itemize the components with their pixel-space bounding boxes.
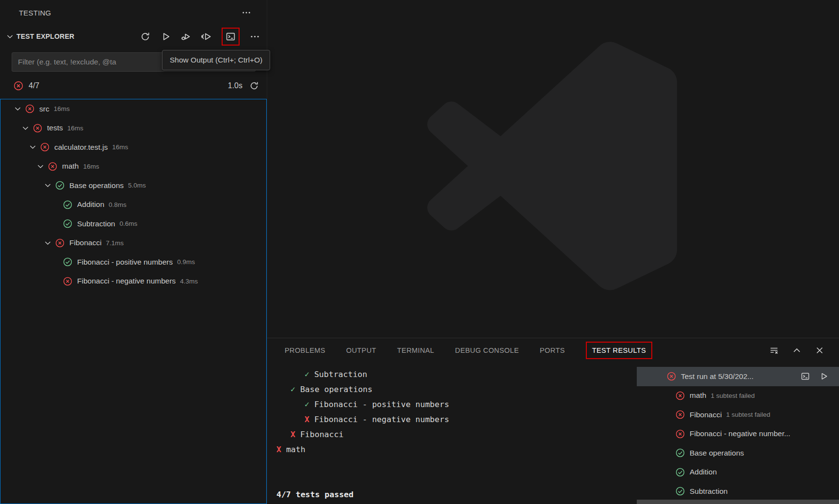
fail-icon [676,410,685,419]
result-label: Test run at 5/30/202... [681,372,754,381]
output-line: ✓Base operations [276,382,637,397]
output-text: Fibonacci - negative numbers [314,415,449,424]
result-suffix: 1 subtest failed [710,392,755,399]
test-explorer-toolbar [140,28,260,46]
tab-test-results[interactable]: TEST RESULTS [592,346,646,354]
result-item-math[interactable]: math 1 subtest failed [637,386,839,406]
annotation-box-test-results: TEST RESULTS [586,342,652,359]
output-text: Fibonacci [300,430,343,439]
output-text: math [286,445,306,454]
test-tree: src 16ms tests 16ms calculator.test.js 1… [0,99,267,504]
chevron-down-icon[interactable] [40,181,55,189]
pass-icon [55,181,65,190]
fail-icon [48,162,57,171]
tree-item-src[interactable]: src 16ms [0,99,266,119]
tree-item-math[interactable]: math 16ms [0,157,266,176]
sidebar-more-actions-button[interactable] [242,8,251,17]
panel-header: PROBLEMS OUTPUT TERMINAL DEBUG CONSOLE P… [267,338,839,362]
test-label: Subtraction [77,220,115,228]
pass-icon [676,448,685,457]
pass-icon [63,200,72,209]
result-item-fibonacci-negative[interactable]: Fibonacci - negative number... [637,425,839,444]
close-panel-button[interactable] [815,346,824,355]
test-duration: 7.1ms [106,239,124,247]
test-results-tree: Test run at 5/30/202... math 1 subtest f… [637,367,839,504]
tab-terminal[interactable]: TERMINAL [397,346,435,354]
sidebar-title: TESTING [19,9,242,17]
section-collapse-button[interactable] [6,32,14,41]
test-label: math [62,162,79,171]
chevron-up-icon [792,346,802,355]
test-run-duration: 1.0s [228,81,242,90]
results-horizontal-scrollbar[interactable] [637,500,839,504]
tree-item-calculator-test-js[interactable]: calculator.test.js 16ms [0,138,266,157]
show-output-icon [801,372,810,381]
tree-item-subtraction[interactable]: Subtraction 0.6ms [0,214,266,234]
pass-mark: ✓ [305,370,309,379]
sidebar-header: TESTING [0,0,267,25]
refresh-tests-button[interactable] [140,32,150,42]
fail-icon [55,238,65,248]
tab-ports[interactable]: PORTS [540,346,565,354]
run-with-coverage-button[interactable] [201,32,211,42]
rerun-tests-button[interactable] [249,81,259,91]
output-text: Base operations [300,385,372,394]
tree-item-fibonacci[interactable]: Fibonacci 7.1ms [0,234,266,253]
pass-icon [63,219,72,228]
result-item-base-operations[interactable]: Base operations [637,443,839,463]
result-item-test-run[interactable]: Test run at 5/30/202... [637,367,839,386]
testing-sidebar: TESTING TEST EXPLORER Show Output (Ctrl+… [0,0,267,504]
tab-problems[interactable]: PROBLEMS [285,346,325,354]
show-output-button[interactable] [226,32,236,42]
clear-output-icon [769,346,779,355]
show-output-tooltip: Show Output (Ctrl+; Ctrl+O) [162,50,270,70]
test-label: Base operations [69,181,124,190]
test-label: Fibonacci - positive numbers [77,258,173,267]
output-text: Subtraction [314,370,367,379]
test-label: Fibonacci - negative numbers [77,277,176,285]
chevron-down-icon [6,32,14,41]
fail-mark: X [290,430,295,439]
test-label: tests [47,124,63,132]
output-line: ✓Subtraction [276,367,637,382]
pass-icon [676,487,685,496]
panel-actions [769,346,824,355]
maximize-panel-button[interactable] [792,346,802,355]
test-duration: 16ms [112,143,128,151]
tree-item-addition[interactable]: Addition 0.8ms [0,195,266,215]
fail-icon [40,142,49,152]
debug-all-tests-button[interactable] [181,32,191,42]
test-duration: 16ms [83,163,99,170]
test-duration: 0.6ms [119,220,137,227]
clear-output-button[interactable] [769,346,779,355]
pass-icon [63,257,72,267]
result-item-fibonacci[interactable]: Fibonacci 1 subtest failed [637,405,839,425]
fail-mark: X [276,445,281,454]
tree-item-tests[interactable]: tests 16ms [0,119,266,138]
fail-icon [676,429,685,439]
tree-item-fibonacci-positive[interactable]: Fibonacci - positive numbers 0.9ms [0,252,266,272]
debug-all-icon [181,32,191,42]
test-label: calculator.test.js [54,143,108,152]
chevron-down-icon[interactable] [33,162,48,171]
tree-item-fibonacci-negative[interactable]: Fibonacci - negative numbers 4.3ms [0,272,266,291]
tree-item-base-operations[interactable]: Base operations 5.0ms [0,176,266,195]
show-output-button[interactable] [801,372,810,381]
view-more-actions-button[interactable] [250,32,260,42]
chevron-down-icon[interactable] [40,239,55,247]
tab-debug-console[interactable]: DEBUG CONSOLE [455,346,519,354]
tab-output[interactable]: OUTPUT [346,346,376,354]
test-label: Addition [77,200,104,209]
chevron-down-icon[interactable] [10,105,25,113]
result-item-subtraction[interactable]: Subtraction [637,482,839,501]
run-all-icon [819,372,828,381]
result-item-addition[interactable]: Addition [637,463,839,482]
fail-icon [25,104,34,113]
coverage-icon [201,32,211,42]
run-all-tests-button[interactable] [161,32,171,42]
rerun-test-run-button[interactable] [819,372,828,381]
chevron-down-icon[interactable] [25,143,40,151]
test-output: ✓Subtraction ✓Base operations ✓Fibonacci… [267,362,637,504]
result-row-actions [801,372,828,381]
chevron-down-icon[interactable] [18,124,32,132]
